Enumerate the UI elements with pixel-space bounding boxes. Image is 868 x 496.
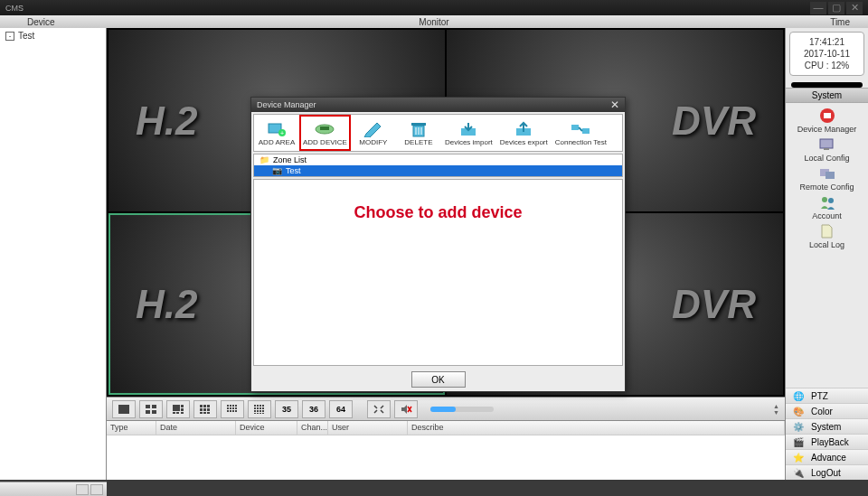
rm-logout[interactable]: 🔌LogOut — [786, 464, 868, 480]
layout-6[interactable] — [166, 400, 190, 418]
maximize-button[interactable]: ▢ — [828, 2, 844, 14]
menu-time: Time — [812, 17, 868, 27]
svg-rect-30 — [232, 410, 234, 412]
log-table: Type Date Device Chan... User Describe — [107, 420, 785, 480]
svg-rect-28 — [227, 410, 229, 412]
export-icon — [511, 120, 536, 138]
system-local-config[interactable]: Local Config — [804, 136, 849, 163]
rm-playback[interactable]: 🎬PlayBack — [786, 434, 868, 449]
layout-36[interactable]: 36 — [302, 400, 326, 418]
system-icon: ⚙️ — [791, 420, 806, 433]
minimize-button[interactable]: — — [810, 2, 826, 14]
tool-modify[interactable]: MODIFY — [351, 115, 396, 151]
dialog-message: Choose to add device — [354, 203, 522, 222]
device-icon: 📷 — [272, 166, 282, 175]
svg-rect-20 — [227, 405, 229, 407]
svg-rect-42 — [259, 410, 261, 412]
svg-rect-12 — [203, 405, 206, 407]
layout-16[interactable] — [221, 400, 244, 418]
layout-35[interactable]: 35 — [275, 400, 298, 418]
layout-64[interactable]: 64 — [329, 400, 353, 418]
system-remote-config[interactable]: Remote Config — [799, 164, 854, 192]
tree-root-item[interactable]: - Test — [0, 28, 106, 43]
connection-test-icon — [568, 120, 593, 138]
delete-icon — [406, 120, 431, 138]
tool-delete[interactable]: DELETE — [396, 115, 441, 151]
app-title: CMS — [5, 4, 24, 13]
svg-rect-5 — [173, 405, 180, 411]
add-area-icon: + — [264, 120, 289, 138]
svg-rect-4 — [152, 410, 156, 414]
layout-25[interactable] — [248, 400, 271, 418]
advance-icon: ⭐ — [791, 451, 806, 463]
device-manager-icon — [816, 107, 839, 125]
right-panel: 17:41:21 2017-10-11 CPU : 12% System Dev… — [785, 28, 868, 480]
svg-rect-9 — [176, 412, 179, 414]
svg-rect-16 — [207, 408, 210, 411]
tool-export[interactable]: Devices export — [496, 115, 552, 151]
th-device[interactable]: Device — [236, 421, 297, 435]
svg-rect-37 — [257, 407, 259, 409]
rm-system[interactable]: ⚙️System — [786, 418, 868, 434]
status-btn-2[interactable] — [90, 484, 103, 495]
mute-button[interactable] — [394, 400, 418, 418]
svg-rect-26 — [232, 407, 234, 409]
layout-1[interactable] — [112, 400, 136, 418]
layout-9[interactable] — [193, 400, 217, 418]
playback-icon: 🎬 — [791, 435, 806, 448]
svg-rect-25 — [230, 407, 231, 409]
svg-rect-14 — [200, 408, 203, 411]
device-tree-panel: - Test — [0, 28, 107, 480]
layout-4[interactable] — [139, 400, 163, 418]
tool-import[interactable]: Devices import — [441, 115, 496, 151]
dialog-titlebar[interactable]: Device Manager ✕ — [251, 98, 625, 112]
tree-zone-list[interactable]: 📁 Zone List — [254, 154, 622, 165]
dialog-close-icon[interactable]: ✕ — [610, 98, 619, 111]
th-channel[interactable]: Chan... — [297, 421, 328, 435]
dialog-ok-button[interactable]: OK — [411, 371, 466, 388]
svg-rect-38 — [259, 407, 261, 409]
th-type[interactable]: Type — [107, 421, 156, 435]
rm-color[interactable]: 🎨Color — [786, 403, 868, 418]
svg-rect-40 — [254, 410, 256, 412]
system-device-manager[interactable]: Device Manager — [797, 107, 857, 134]
folder-icon: 📁 — [259, 155, 269, 164]
clock-box: 17:41:21 2017-10-11 CPU : 12% — [789, 32, 864, 76]
status-bar — [0, 482, 107, 496]
svg-rect-3 — [146, 410, 150, 414]
tree-test[interactable]: 📷 Test — [254, 165, 622, 176]
svg-rect-39 — [262, 407, 264, 409]
svg-rect-62 — [411, 123, 426, 126]
cpu-usage: CPU : 12% — [794, 60, 860, 71]
menu-device[interactable]: Device — [0, 17, 82, 27]
svg-rect-27 — [235, 407, 237, 409]
rm-advance[interactable]: ⭐Advance — [786, 449, 868, 464]
tool-add-area[interactable]: + ADD AREA — [254, 115, 299, 151]
th-date[interactable]: Date — [156, 421, 236, 435]
status-btn-1[interactable] — [76, 484, 89, 495]
svg-rect-23 — [235, 405, 237, 407]
svg-rect-1 — [146, 405, 150, 408]
th-describe[interactable]: Describe — [408, 421, 785, 435]
tree-expand-icon[interactable]: - — [5, 32, 14, 41]
dialog-tree: 📁 Zone List 📷 Test — [253, 154, 623, 177]
menubar: Device Monitor Time — [0, 15, 868, 28]
rm-ptz[interactable]: 🌐PTZ — [786, 388, 868, 403]
tool-add-device[interactable]: ADD DEVICE — [299, 115, 351, 151]
close-button[interactable]: ✕ — [846, 2, 863, 14]
right-menu: 🌐PTZ 🎨Color ⚙️System 🎬PlayBack ⭐Advance … — [786, 388, 868, 480]
svg-rect-47 — [262, 413, 264, 414]
system-header: System — [786, 88, 868, 103]
scroll-arrows[interactable]: ▲▼ — [773, 403, 779, 416]
volume-slider[interactable] — [430, 407, 494, 412]
svg-rect-17 — [200, 412, 203, 414]
tool-connection-test[interactable]: Connection Test — [552, 115, 610, 151]
svg-rect-69 — [582, 128, 590, 134]
th-user[interactable]: User — [328, 421, 408, 435]
local-config-icon — [815, 136, 838, 154]
system-account[interactable]: Account — [812, 193, 842, 220]
system-local-log[interactable]: Local Log — [809, 222, 844, 249]
remote-config-icon — [816, 164, 839, 182]
fullscreen-button[interactable] — [367, 400, 391, 418]
svg-rect-8 — [173, 412, 175, 414]
